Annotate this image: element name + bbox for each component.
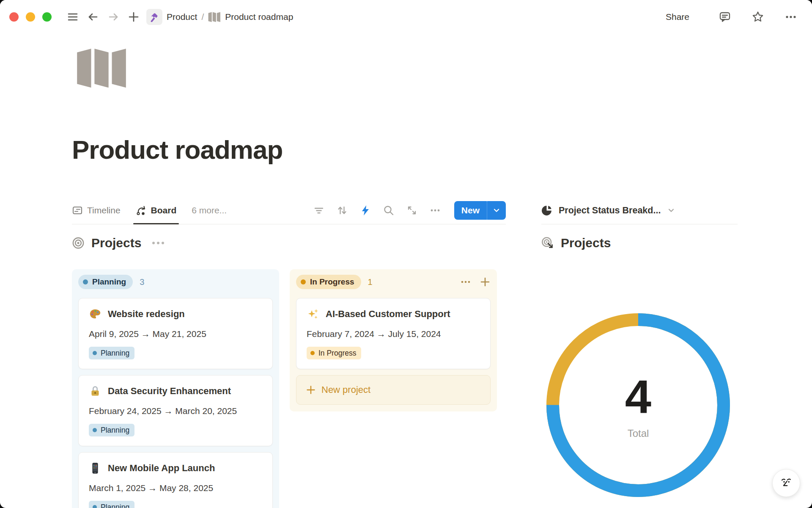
- comments-icon[interactable]: [719, 11, 731, 23]
- board-section-options-icon[interactable]: [152, 242, 164, 244]
- card-dates: February 7, 2024 → July 15, 2024: [307, 329, 480, 339]
- notion-ai-button[interactable]: [772, 469, 800, 497]
- planning-group-pill: Planning: [78, 275, 133, 289]
- column-planning: Planning 3 Website redesign: [72, 269, 279, 508]
- close-window-button[interactable]: [9, 12, 19, 22]
- tab-board-label: Board: [151, 205, 177, 215]
- view-tab-bar: Timeline Board 6 more...: [72, 197, 506, 224]
- chevron-down-icon: [667, 206, 676, 215]
- back-icon[interactable]: [87, 11, 99, 23]
- in-progress-count: 1: [368, 277, 373, 287]
- card-ai-based-customer-support[interactable]: AI-Based Customer Support February 7, 20…: [296, 298, 491, 369]
- zoom-window-button[interactable]: [42, 12, 52, 22]
- app-window: Product / Product roadmap Share: [0, 0, 812, 508]
- card-dates: March 1, 2025 → May 28, 2025: [89, 483, 262, 493]
- tab-board[interactable]: Board: [136, 197, 177, 224]
- card-new-mobile-app-launch[interactable]: New Mobile App Launch March 1, 2025 → Ma…: [78, 452, 273, 508]
- donut-total-value: 4: [625, 373, 651, 421]
- pie-chart-icon: [541, 205, 553, 216]
- view-toolbar: New: [313, 201, 506, 220]
- mobile-phone-emoji-icon: [89, 462, 102, 475]
- card-status-tag: Planning: [89, 501, 134, 508]
- breadcrumb-workspace[interactable]: Product: [167, 12, 197, 22]
- board-section-title: Projects: [91, 236, 141, 250]
- sort-icon[interactable]: [336, 204, 348, 216]
- share-button[interactable]: Share: [666, 12, 689, 22]
- donut-center-label: 4 Total: [625, 373, 651, 439]
- titlebar: Product / Product roadmap Share: [0, 0, 812, 34]
- page-map-icon[interactable]: [76, 47, 128, 91]
- card-title: New Mobile App Launch: [108, 463, 215, 474]
- card-status-tag: Planning: [89, 424, 134, 436]
- breadcrumb-page[interactable]: Product roadmap: [225, 12, 293, 22]
- new-record-button[interactable]: New: [454, 201, 506, 220]
- chart-view-title: Project Status Breakd...: [559, 205, 661, 216]
- card-status-tag: Planning: [89, 347, 134, 359]
- donut-total-caption: Total: [628, 428, 649, 439]
- board-section-header: Projects: [72, 231, 506, 255]
- board-view-pane: Timeline Board 6 more...: [72, 197, 506, 508]
- new-button-label[interactable]: New: [454, 201, 487, 220]
- new-button-dropdown[interactable]: [487, 201, 506, 220]
- kanban-columns: Planning 3 Website redesign: [72, 269, 506, 508]
- minimize-window-button[interactable]: [26, 12, 35, 22]
- status-donut-chart: 4 Total: [545, 312, 731, 498]
- card-title: Website redesign: [108, 309, 185, 320]
- in-progress-group-label: In Progress: [310, 277, 354, 287]
- filter-icon[interactable]: [313, 204, 325, 216]
- card-status-tag: In Progress: [307, 347, 361, 359]
- in-progress-status-dot: [301, 279, 306, 284]
- column-planning-header: Planning 3: [78, 274, 273, 290]
- page-title: Product roadmap: [72, 135, 283, 165]
- workspace-hammer-icon[interactable]: [146, 9, 162, 25]
- card-title: AI-Based Customer Support: [326, 309, 450, 320]
- card-title: Data Security Enhancement: [108, 386, 231, 397]
- target-icon: [72, 237, 85, 249]
- sidebar-menu-icon[interactable]: [66, 11, 79, 23]
- new-project-label: New project: [321, 384, 370, 395]
- column-in-progress: In Progress 1: [290, 269, 497, 411]
- expand-view-icon[interactable]: [406, 204, 418, 216]
- planning-group-label: Planning: [92, 277, 126, 287]
- planning-count: 3: [140, 277, 144, 287]
- column-add-card-icon[interactable]: [480, 276, 491, 287]
- tab-timeline[interactable]: Timeline: [72, 197, 121, 224]
- goal-arrow-icon: [541, 237, 554, 249]
- palette-emoji-icon: [89, 308, 102, 320]
- chart-section-title: Projects: [561, 236, 611, 250]
- map-page-icon-small: [208, 11, 221, 22]
- card-dates: April 9, 2025 → May 21, 2025: [89, 329, 262, 339]
- favorite-star-icon[interactable]: [752, 11, 764, 23]
- breadcrumb: Product / Product roadmap: [146, 9, 293, 25]
- chart-view-pane: Project Status Breakd... Projects: [541, 197, 738, 255]
- card-website-redesign[interactable]: Website redesign April 9, 2025 → May 21,…: [78, 298, 273, 369]
- window-controls: [9, 12, 52, 22]
- titlebar-actions: Share: [666, 11, 801, 23]
- search-icon[interactable]: [383, 204, 395, 216]
- sparkles-emoji-icon: [307, 308, 319, 320]
- card-data-security-enhancement[interactable]: Data Security Enhancement February 24, 2…: [78, 375, 273, 446]
- automations-lightning-icon[interactable]: [359, 204, 371, 216]
- forward-icon[interactable]: [107, 11, 120, 23]
- column-in-progress-header: In Progress 1: [296, 274, 491, 290]
- tab-more-label: 6 more...: [192, 205, 227, 215]
- new-project-button[interactable]: New project: [296, 375, 491, 405]
- breadcrumb-separator: /: [201, 12, 204, 22]
- chart-view-selector[interactable]: Project Status Breakd...: [541, 197, 738, 224]
- column-options-icon[interactable]: [460, 276, 471, 287]
- tab-more-views[interactable]: 6 more...: [192, 197, 227, 224]
- plus-icon: [306, 385, 316, 395]
- ai-face-icon: [779, 475, 794, 491]
- lock-emoji-icon: [89, 385, 102, 398]
- card-dates: February 24, 2025 → March 20, 2025: [89, 406, 262, 416]
- chart-section-header: Projects: [541, 231, 738, 255]
- view-options-icon[interactable]: [429, 204, 441, 216]
- more-options-icon[interactable]: [785, 11, 797, 23]
- planning-status-dot: [83, 279, 88, 284]
- new-page-icon[interactable]: [127, 11, 140, 23]
- in-progress-group-pill: In Progress: [296, 275, 361, 289]
- tab-timeline-label: Timeline: [87, 205, 121, 215]
